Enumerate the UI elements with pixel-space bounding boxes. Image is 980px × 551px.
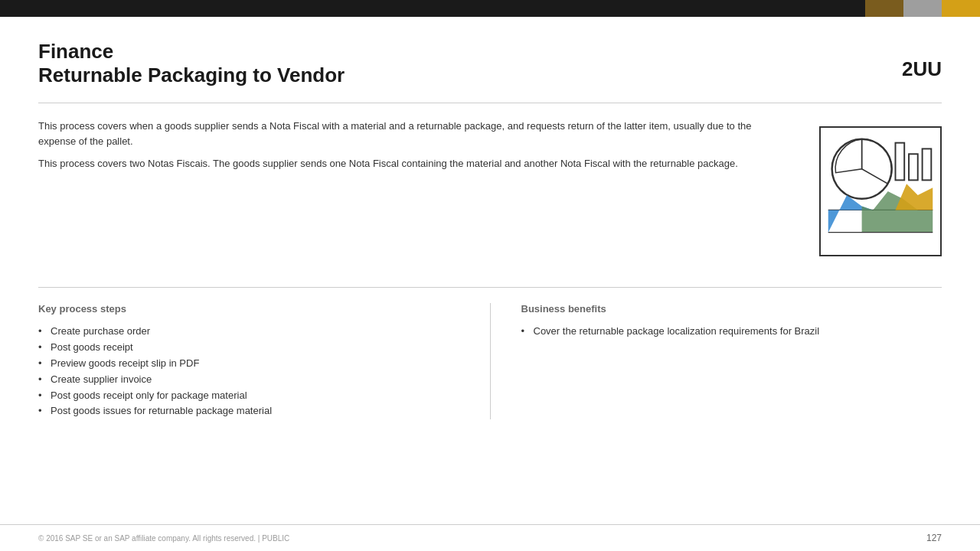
list-item: Post goods issues for returnable package… — [38, 403, 459, 419]
chart-svg — [821, 128, 940, 255]
footer: © 2016 SAP SE or an SAP affiliate compan… — [0, 524, 980, 551]
list-item: Create supplier invoice — [38, 372, 459, 388]
list-item: Create purchase order — [38, 324, 459, 340]
list-item: Preview goods receipt slip in PDF — [38, 356, 459, 372]
page-code: 2UU — [902, 57, 942, 81]
key-process-column: Key process steps Create purchase order … — [38, 303, 490, 419]
top-bar — [0, 0, 980, 17]
list-item: Cover the returnable package localizatio… — [521, 324, 942, 340]
title-divider — [38, 103, 942, 103]
page-title-main: Finance — [38, 40, 942, 64]
top-bar-accents — [865, 0, 980, 17]
description-text: This process covers when a goods supplie… — [38, 119, 773, 179]
svg-marker-7 — [896, 184, 933, 210]
svg-rect-3 — [923, 149, 932, 181]
business-benefits-column: Business benefits Cover the returnable p… — [490, 303, 942, 419]
description-paragraph-2: This process covers two Notas Fiscais. T… — [38, 156, 773, 171]
key-process-list: Create purchase order Post goods receipt… — [38, 324, 459, 419]
accent-brown — [865, 0, 903, 17]
business-benefits-list: Cover the returnable package localizatio… — [521, 324, 942, 340]
page-title-sub: Returnable Packaging to Vendor — [38, 64, 942, 87]
two-columns: Key process steps Create purchase order … — [38, 303, 942, 419]
chart-illustration — [819, 126, 942, 256]
key-process-title: Key process steps — [38, 303, 459, 315]
svg-rect-2 — [909, 155, 918, 181]
title-section: Finance Returnable Packaging to Vendor — [38, 40, 942, 87]
svg-rect-1 — [896, 143, 905, 181]
accent-gray — [903, 0, 942, 17]
footer-copyright: © 2016 SAP SE or an SAP affiliate compan… — [38, 534, 289, 543]
list-item: Post goods receipt only for package mate… — [38, 388, 459, 404]
main-content: Finance Returnable Packaging to Vendor 2… — [0, 17, 980, 419]
list-item: Post goods receipt — [38, 340, 459, 356]
business-benefits-title: Business benefits — [521, 303, 942, 315]
accent-gold — [942, 0, 980, 17]
section-divider — [38, 287, 942, 288]
description-area: This process covers when a goods supplie… — [38, 119, 942, 256]
description-paragraph-1: This process covers when a goods supplie… — [38, 119, 773, 148]
footer-page-number: 127 — [926, 533, 942, 543]
